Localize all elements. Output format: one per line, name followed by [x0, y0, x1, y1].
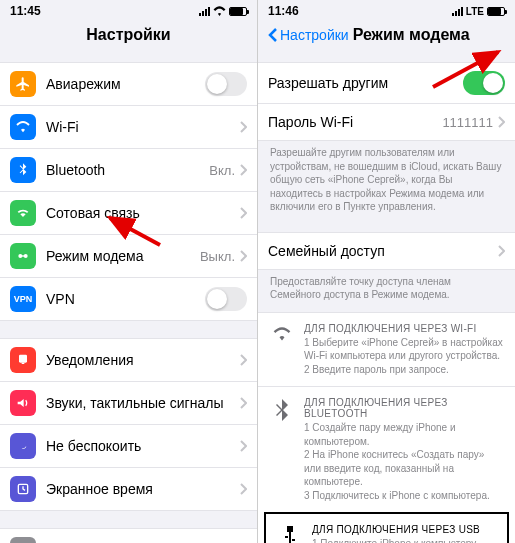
allow-label: Разрешать другим: [268, 75, 463, 91]
row-wifi[interactable]: Wi-Fi: [0, 105, 257, 149]
screentime-icon: [10, 476, 36, 502]
page-title: Режим модема: [353, 26, 505, 44]
bluetooth-icon: [270, 397, 294, 502]
sounds-icon: [10, 390, 36, 416]
row-dnd[interactable]: Не беспокоить: [0, 424, 257, 468]
bt-conn-step2: 2 На iPhone коснитесь «Создать пару» или…: [304, 448, 503, 489]
svg-rect-14: [289, 532, 291, 543]
chevron-icon: [497, 116, 505, 128]
time: 11:46: [268, 4, 299, 18]
svg-rect-3: [19, 355, 27, 363]
row-password[interactable]: Пароль Wi-Fi 1111111: [258, 103, 515, 141]
row-bluetooth[interactable]: Bluetooth Вкл.: [0, 148, 257, 192]
chevron-icon: [239, 354, 247, 366]
cellular-label: Сотовая связь: [46, 205, 239, 221]
row-airplane[interactable]: Авиарежим: [0, 62, 257, 106]
settings-pane: 11:45 Настройки Авиарежим Wi-Fi Bluetoot…: [0, 0, 257, 543]
vpn-icon: VPN: [10, 286, 36, 312]
hotspot-value: Выкл.: [200, 249, 235, 264]
bluetooth-icon: [10, 157, 36, 183]
chevron-icon: [239, 164, 247, 176]
airplane-icon: [10, 71, 36, 97]
hotspot-label: Режим модема: [46, 248, 200, 264]
connect-wifi-section: ДЛЯ ПОДКЛЮЧЕНИЯ ЧЕРЕЗ WI-FI 1 Выберите «…: [258, 312, 515, 387]
row-screentime[interactable]: Экранное время: [0, 467, 257, 511]
cellular-icon: [10, 200, 36, 226]
signal-icon: [199, 7, 210, 16]
chevron-icon: [239, 397, 247, 409]
allow-help-text: Разрешайте другим пользователям или устр…: [258, 140, 515, 214]
row-general[interactable]: Основные: [0, 528, 257, 543]
dnd-icon: [10, 433, 36, 459]
chevron-icon: [239, 250, 247, 262]
row-hotspot[interactable]: Режим модема Выкл.: [0, 234, 257, 278]
battery-icon: [229, 7, 247, 16]
vpn-label: VPN: [46, 291, 205, 307]
time: 11:45: [10, 4, 41, 18]
chevron-icon: [239, 121, 247, 133]
wifi-label: Wi-Fi: [46, 119, 235, 135]
airplane-toggle[interactable]: [205, 72, 247, 96]
svg-rect-2: [20, 255, 25, 256]
svg-rect-4: [22, 363, 25, 364]
status-bar: 11:46 LTE: [258, 0, 515, 22]
usb-conn-step1: 1 Подключите iPhone к компьютеру.: [312, 537, 495, 543]
connect-bluetooth-section: ДЛЯ ПОДКЛЮЧЕНИЯ ЧЕРЕЗ BLUETOOTH 1 Создай…: [258, 386, 515, 512]
nav-bar: Настройки: [0, 22, 257, 52]
hotspot-icon: [10, 243, 36, 269]
bt-conn-step1: 1 Создайте пару между iPhone и компьютер…: [304, 421, 503, 448]
wifi-conn-step2: 2 Введите пароль при запросе.: [304, 363, 503, 377]
password-value: 1111111: [442, 115, 493, 130]
battery-icon: [487, 7, 505, 16]
bt-conn-step3: 3 Подключитесь к iPhone с компьютера.: [304, 489, 503, 503]
notifications-label: Уведомления: [46, 352, 239, 368]
chevron-icon: [239, 483, 247, 495]
hotspot-pane: 11:46 LTE Настройки Режим модема Разреша…: [258, 0, 515, 543]
bt-conn-title: ДЛЯ ПОДКЛЮЧЕНИЯ ЧЕРЕЗ BLUETOOTH: [304, 397, 503, 419]
allow-toggle[interactable]: [463, 71, 505, 95]
row-cellular[interactable]: Сотовая связь: [0, 191, 257, 235]
sounds-label: Звуки, тактильные сигналы: [46, 395, 239, 411]
svg-rect-17: [292, 539, 295, 541]
svg-rect-16: [285, 536, 288, 538]
page-title: Настройки: [86, 26, 170, 44]
notifications-icon: [10, 347, 36, 373]
row-vpn[interactable]: VPN VPN: [0, 277, 257, 321]
svg-rect-13: [287, 526, 293, 532]
chevron-icon: [497, 245, 505, 257]
usb-conn-title: ДЛЯ ПОДКЛЮЧЕНИЯ ЧЕРЕЗ USB: [312, 524, 495, 535]
row-sounds[interactable]: Звуки, тактильные сигналы: [0, 381, 257, 425]
net-label: LTE: [466, 6, 484, 17]
row-family-sharing[interactable]: Семейный доступ: [258, 232, 515, 270]
row-notifications[interactable]: Уведомления: [0, 338, 257, 382]
connect-usb-section: ДЛЯ ПОДКЛЮЧЕНИЯ ЧЕРЕЗ USB 1 Подключите i…: [264, 512, 509, 543]
chevron-icon: [239, 207, 247, 219]
dnd-label: Не беспокоить: [46, 438, 239, 454]
family-help-text: Предоставляйте точку доступа членам Семе…: [258, 269, 515, 302]
gear-icon: [10, 537, 36, 543]
airplane-label: Авиарежим: [46, 76, 205, 92]
vpn-toggle[interactable]: [205, 287, 247, 311]
usb-icon: [278, 524, 302, 543]
bluetooth-value: Вкл.: [209, 163, 235, 178]
back-button[interactable]: Настройки: [268, 27, 349, 43]
back-label: Настройки: [280, 27, 349, 43]
nav-bar: Настройки Режим модема: [258, 22, 515, 52]
signal-icon: [452, 7, 463, 16]
wifi-icon: [213, 6, 226, 16]
wifi-conn-title: ДЛЯ ПОДКЛЮЧЕНИЯ ЧЕРЕЗ WI-FI: [304, 323, 503, 334]
wifi-row-icon: [10, 114, 36, 140]
row-allow-others[interactable]: Разрешать другим: [258, 62, 515, 104]
status-bar: 11:45: [0, 0, 257, 22]
family-label: Семейный доступ: [268, 243, 497, 259]
wifi-conn-step1: 1 Выберите «iPhone Сергей» в настройках …: [304, 336, 503, 363]
password-label: Пароль Wi-Fi: [268, 114, 442, 130]
bluetooth-label: Bluetooth: [46, 162, 209, 178]
wifi-icon: [270, 323, 294, 377]
screentime-label: Экранное время: [46, 481, 239, 497]
chevron-icon: [239, 440, 247, 452]
